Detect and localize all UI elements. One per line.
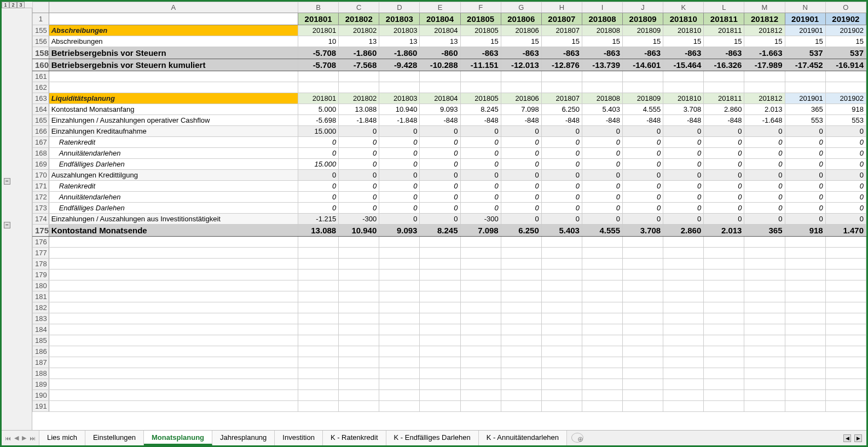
sheet-tab[interactable]: K - Endfälliges Darlehen	[386, 431, 479, 445]
cell[interactable]: 0	[663, 148, 704, 159]
cell[interactable]	[704, 270, 744, 280]
cell[interactable]: 0	[663, 126, 704, 137]
row-header[interactable]: 191	[33, 401, 49, 412]
cell[interactable]: 0	[704, 148, 744, 159]
cell[interactable]: 0	[298, 192, 339, 203]
cell[interactable]	[49, 368, 298, 379]
cell[interactable]: 201808	[582, 93, 622, 104]
cell[interactable]	[49, 291, 298, 302]
cell[interactable]	[785, 71, 825, 82]
cell[interactable]: 0	[582, 181, 622, 192]
period-header-cell[interactable]: 201812	[744, 13, 785, 25]
cell[interactable]	[541, 270, 582, 280]
row-header[interactable]: 189	[33, 379, 49, 390]
cell[interactable]	[704, 357, 744, 368]
cell[interactable]: 4.555	[582, 225, 622, 237]
row-label-cell[interactable]: Betriebsergebnis vor Steuern	[49, 47, 298, 59]
cell[interactable]: 0	[744, 181, 785, 192]
cell[interactable]	[501, 313, 541, 324]
cell[interactable]: 201902	[825, 93, 866, 104]
cell[interactable]	[623, 335, 663, 346]
cell[interactable]: 201901	[785, 93, 825, 104]
cell[interactable]: 0	[744, 126, 785, 137]
cell[interactable]: 15	[785, 36, 825, 47]
cell[interactable]: 201802	[339, 25, 379, 36]
cell[interactable]: 0	[298, 181, 339, 192]
row-header[interactable]: 184	[33, 324, 49, 335]
cell[interactable]	[379, 390, 420, 401]
cell[interactable]: 0	[582, 170, 622, 181]
cell[interactable]: -848	[460, 115, 501, 126]
cell[interactable]	[744, 291, 785, 302]
row-header[interactable]: 165	[33, 115, 49, 126]
cell[interactable]	[663, 346, 704, 357]
cell[interactable]	[623, 313, 663, 324]
cell[interactable]: 0	[379, 181, 420, 192]
cell[interactable]: 0	[582, 214, 622, 225]
cell[interactable]	[704, 280, 744, 291]
cell[interactable]	[582, 291, 622, 302]
cell[interactable]	[582, 390, 622, 401]
cell[interactable]: 0	[704, 126, 744, 137]
cell[interactable]	[785, 313, 825, 324]
cell[interactable]: 0	[785, 170, 825, 181]
row-label-cell[interactable]: Abschreibungen	[49, 36, 298, 47]
cell[interactable]: 0	[582, 203, 622, 214]
cell[interactable]	[420, 401, 460, 412]
cell[interactable]	[49, 335, 298, 346]
cell[interactable]: 0	[460, 137, 501, 148]
cell[interactable]	[623, 248, 663, 259]
row-label-cell[interactable]: Einzahlungen / Auszahlungen aus Investit…	[49, 214, 298, 225]
row-header[interactable]: 187	[33, 357, 49, 368]
cell[interactable]	[704, 401, 744, 412]
cell[interactable]: 0	[379, 137, 420, 148]
cell[interactable]	[420, 248, 460, 259]
cell[interactable]	[298, 324, 339, 335]
cell[interactable]	[339, 324, 379, 335]
row-header[interactable]: 170	[33, 170, 49, 181]
cell[interactable]: 201810	[663, 93, 704, 104]
cell[interactable]	[582, 71, 622, 82]
cell[interactable]	[501, 280, 541, 291]
cell[interactable]	[298, 248, 339, 259]
cell[interactable]: 553	[785, 115, 825, 126]
cell[interactable]	[420, 302, 460, 313]
column-header[interactable]: L	[704, 2, 744, 13]
cell[interactable]: 918	[825, 104, 866, 115]
cell[interactable]	[339, 390, 379, 401]
cell[interactable]	[460, 357, 501, 368]
horizontal-scrollbar[interactable]: ◀ ▶	[588, 431, 866, 445]
cell[interactable]	[623, 324, 663, 335]
cell[interactable]	[501, 270, 541, 280]
cell[interactable]	[298, 237, 339, 248]
cell[interactable]: 0	[744, 214, 785, 225]
row-header[interactable]: 180	[33, 280, 49, 291]
cell[interactable]	[501, 82, 541, 93]
cell[interactable]: 0	[460, 192, 501, 203]
period-header-cell[interactable]: 201805	[460, 13, 501, 25]
cell[interactable]	[825, 346, 866, 357]
cell[interactable]: 0	[704, 192, 744, 203]
tab-nav-prev-icon[interactable]: ◀	[14, 434, 19, 442]
cell[interactable]	[298, 335, 339, 346]
row-header[interactable]: 164	[33, 104, 49, 115]
cell[interactable]: 0	[420, 214, 460, 225]
cell[interactable]: 0	[501, 126, 541, 137]
cell[interactable]	[379, 259, 420, 270]
cell[interactable]	[49, 259, 298, 270]
cell[interactable]: 0	[541, 203, 582, 214]
cell[interactable]	[420, 259, 460, 270]
cell[interactable]	[298, 368, 339, 379]
cell[interactable]	[744, 346, 785, 357]
cell[interactable]	[420, 313, 460, 324]
cell[interactable]	[785, 379, 825, 390]
cell[interactable]	[541, 324, 582, 335]
cell[interactable]: 0	[460, 126, 501, 137]
cell[interactable]	[49, 248, 298, 259]
scroll-left-icon[interactable]: ◀	[843, 434, 851, 442]
cell[interactable]: 5.403	[541, 225, 582, 237]
cell[interactable]: 0	[541, 159, 582, 170]
cell[interactable]	[582, 368, 622, 379]
cell[interactable]	[582, 313, 622, 324]
cell[interactable]: -848	[582, 115, 622, 126]
